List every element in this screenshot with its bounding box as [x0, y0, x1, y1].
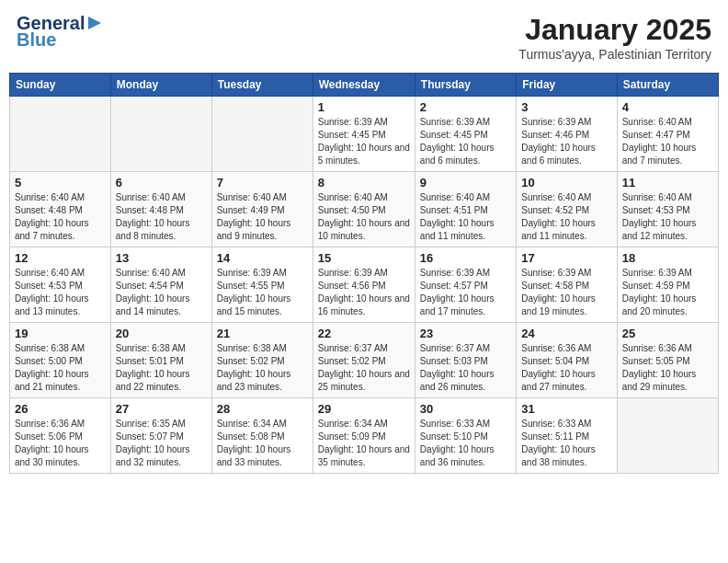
calendar-cell: 14Sunrise: 6:39 AM Sunset: 4:55 PM Dayli… [211, 247, 313, 323]
logo: General Blue [17, 13, 103, 50]
calendar-cell: 18Sunrise: 6:39 AM Sunset: 4:59 PM Dayli… [617, 247, 718, 323]
day-info: Sunrise: 6:39 AM Sunset: 4:55 PM Dayligh… [217, 267, 308, 318]
calendar-week-5: 26Sunrise: 6:36 AM Sunset: 5:06 PM Dayli… [10, 398, 719, 474]
calendar-cell: 17Sunrise: 6:39 AM Sunset: 4:58 PM Dayli… [517, 247, 617, 323]
day-number: 30 [420, 402, 511, 416]
calendar-cell: 10Sunrise: 6:40 AM Sunset: 4:52 PM Dayli… [517, 172, 617, 247]
day-number: 6 [116, 176, 207, 190]
calendar-cell: 20Sunrise: 6:38 AM Sunset: 5:01 PM Dayli… [110, 323, 211, 398]
day-number: 13 [116, 251, 207, 265]
calendar-cell: 5Sunrise: 6:40 AM Sunset: 4:48 PM Daylig… [10, 172, 111, 247]
calendar-cell: 28Sunrise: 6:34 AM Sunset: 5:08 PM Dayli… [211, 398, 313, 474]
calendar-cell [211, 97, 313, 172]
day-info: Sunrise: 6:35 AM Sunset: 5:07 PM Dayligh… [116, 418, 207, 469]
day-number: 20 [116, 327, 207, 340]
day-info: Sunrise: 6:40 AM Sunset: 4:52 PM Dayligh… [521, 191, 611, 243]
calendar-cell: 31Sunrise: 6:33 AM Sunset: 5:11 PM Dayli… [517, 398, 617, 474]
day-number: 22 [318, 327, 410, 340]
calendar-cell: 6Sunrise: 6:40 AM Sunset: 4:48 PM Daylig… [110, 172, 211, 247]
day-info: Sunrise: 6:39 AM Sunset: 4:57 PM Dayligh… [420, 267, 511, 318]
day-info: Sunrise: 6:39 AM Sunset: 4:46 PM Dayligh… [521, 116, 611, 167]
day-info: Sunrise: 6:40 AM Sunset: 4:47 PM Dayligh… [622, 116, 713, 167]
calendar-cell: 24Sunrise: 6:36 AM Sunset: 5:04 PM Dayli… [517, 323, 617, 398]
day-info: Sunrise: 6:37 AM Sunset: 5:03 PM Dayligh… [420, 342, 511, 394]
calendar-cell: 26Sunrise: 6:36 AM Sunset: 5:06 PM Dayli… [10, 398, 111, 474]
calendar-cell: 3Sunrise: 6:39 AM Sunset: 4:46 PM Daylig… [517, 97, 617, 172]
calendar-cell: 15Sunrise: 6:39 AM Sunset: 4:56 PM Dayli… [313, 247, 415, 323]
day-info: Sunrise: 6:39 AM Sunset: 4:45 PM Dayligh… [420, 116, 511, 167]
day-number: 16 [420, 251, 511, 265]
page-header: General Blue January 2025 Turmus'ayya, P… [9, 9, 719, 65]
calendar-cell: 12Sunrise: 6:40 AM Sunset: 4:53 PM Dayli… [10, 247, 111, 323]
day-number: 10 [521, 176, 611, 190]
calendar-cell: 30Sunrise: 6:33 AM Sunset: 5:10 PM Dayli… [415, 398, 516, 474]
day-number: 31 [521, 402, 611, 416]
day-number: 15 [318, 251, 410, 265]
calendar-cell: 21Sunrise: 6:38 AM Sunset: 5:02 PM Dayli… [211, 323, 313, 398]
day-info: Sunrise: 6:40 AM Sunset: 4:49 PM Dayligh… [217, 191, 308, 243]
calendar-week-1: 1Sunrise: 6:39 AM Sunset: 4:45 PM Daylig… [10, 97, 719, 172]
day-number: 4 [622, 100, 713, 114]
day-number: 7 [217, 176, 308, 190]
day-info: Sunrise: 6:38 AM Sunset: 5:02 PM Dayligh… [217, 342, 308, 394]
day-info: Sunrise: 6:36 AM Sunset: 5:05 PM Dayligh… [622, 342, 713, 394]
day-number: 5 [15, 176, 106, 190]
calendar-table: SundayMondayTuesdayWednesdayThursdayFrid… [9, 73, 719, 474]
calendar-week-2: 5Sunrise: 6:40 AM Sunset: 4:48 PM Daylig… [10, 172, 719, 247]
day-number: 19 [15, 327, 106, 340]
day-info: Sunrise: 6:39 AM Sunset: 4:56 PM Dayligh… [318, 267, 410, 318]
day-number: 1 [318, 100, 410, 114]
month-title: January 2025 [518, 13, 711, 47]
day-number: 11 [622, 176, 713, 190]
day-number: 26 [15, 402, 106, 416]
day-info: Sunrise: 6:39 AM Sunset: 4:45 PM Dayligh… [318, 116, 410, 167]
day-number: 23 [420, 327, 511, 340]
calendar-week-3: 12Sunrise: 6:40 AM Sunset: 4:53 PM Dayli… [10, 247, 719, 323]
calendar-cell: 16Sunrise: 6:39 AM Sunset: 4:57 PM Dayli… [415, 247, 516, 323]
day-number: 3 [521, 100, 611, 114]
day-number: 12 [15, 251, 106, 265]
svg-marker-0 [88, 17, 101, 29]
day-info: Sunrise: 6:36 AM Sunset: 5:06 PM Dayligh… [15, 418, 106, 469]
calendar-cell [617, 398, 718, 474]
calendar-cell: 2Sunrise: 6:39 AM Sunset: 4:45 PM Daylig… [415, 97, 516, 172]
day-info: Sunrise: 6:40 AM Sunset: 4:54 PM Dayligh… [116, 267, 207, 318]
day-info: Sunrise: 6:34 AM Sunset: 5:09 PM Dayligh… [318, 418, 410, 469]
day-info: Sunrise: 6:37 AM Sunset: 5:02 PM Dayligh… [318, 342, 410, 394]
calendar-cell: 11Sunrise: 6:40 AM Sunset: 4:53 PM Dayli… [617, 172, 718, 247]
day-info: Sunrise: 6:33 AM Sunset: 5:10 PM Dayligh… [420, 418, 511, 469]
weekday-header-sunday: Sunday [10, 74, 111, 97]
day-info: Sunrise: 6:38 AM Sunset: 5:01 PM Dayligh… [116, 342, 207, 394]
day-number: 28 [217, 402, 308, 416]
day-info: Sunrise: 6:39 AM Sunset: 4:58 PM Dayligh… [521, 267, 611, 318]
weekday-header-row: SundayMondayTuesdayWednesdayThursdayFrid… [10, 74, 719, 97]
day-info: Sunrise: 6:40 AM Sunset: 4:48 PM Dayligh… [116, 191, 207, 243]
day-info: Sunrise: 6:34 AM Sunset: 5:08 PM Dayligh… [217, 418, 308, 469]
day-info: Sunrise: 6:33 AM Sunset: 5:11 PM Dayligh… [521, 418, 611, 469]
weekday-header-wednesday: Wednesday [313, 74, 415, 97]
day-number: 8 [318, 176, 410, 190]
day-info: Sunrise: 6:38 AM Sunset: 5:00 PM Dayligh… [15, 342, 106, 394]
calendar-cell: 8Sunrise: 6:40 AM Sunset: 4:50 PM Daylig… [313, 172, 415, 247]
calendar-cell: 29Sunrise: 6:34 AM Sunset: 5:09 PM Dayli… [313, 398, 415, 474]
calendar-cell [10, 97, 111, 172]
calendar-cell: 7Sunrise: 6:40 AM Sunset: 4:49 PM Daylig… [211, 172, 313, 247]
day-number: 9 [420, 176, 511, 190]
calendar-cell: 19Sunrise: 6:38 AM Sunset: 5:00 PM Dayli… [10, 323, 111, 398]
day-info: Sunrise: 6:40 AM Sunset: 4:51 PM Dayligh… [420, 191, 511, 243]
day-number: 18 [622, 251, 713, 265]
day-number: 14 [217, 251, 308, 265]
title-section: January 2025 Turmus'ayya, Palestinian Te… [518, 13, 711, 62]
weekday-header-monday: Monday [110, 74, 211, 97]
calendar-cell: 22Sunrise: 6:37 AM Sunset: 5:02 PM Dayli… [313, 323, 415, 398]
weekday-header-saturday: Saturday [617, 74, 718, 97]
day-number: 27 [116, 402, 207, 416]
calendar-cell: 25Sunrise: 6:36 AM Sunset: 5:05 PM Dayli… [617, 323, 718, 398]
day-info: Sunrise: 6:40 AM Sunset: 4:53 PM Dayligh… [15, 267, 106, 318]
calendar-cell [110, 97, 211, 172]
location-title: Turmus'ayya, Palestinian Territory [518, 47, 711, 62]
day-info: Sunrise: 6:36 AM Sunset: 5:04 PM Dayligh… [521, 342, 611, 394]
day-info: Sunrise: 6:39 AM Sunset: 4:59 PM Dayligh… [622, 267, 713, 318]
calendar-week-4: 19Sunrise: 6:38 AM Sunset: 5:00 PM Dayli… [10, 323, 719, 398]
day-info: Sunrise: 6:40 AM Sunset: 4:50 PM Dayligh… [318, 191, 410, 243]
